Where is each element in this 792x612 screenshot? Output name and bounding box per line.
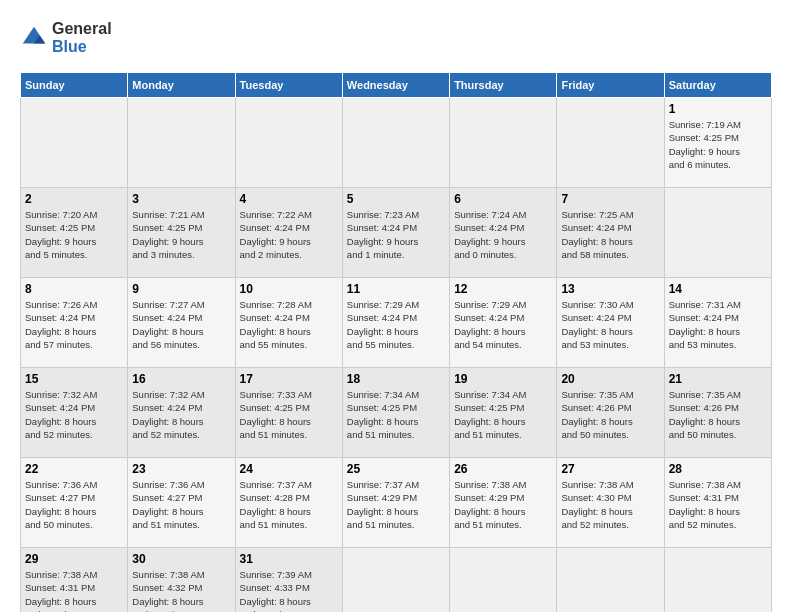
- day-number: 11: [347, 282, 445, 296]
- calendar-cell: 16Sunrise: 7:32 AMSunset: 4:24 PMDayligh…: [128, 368, 235, 458]
- day-number: 9: [132, 282, 230, 296]
- day-info: Sunrise: 7:28 AMSunset: 4:24 PMDaylight:…: [240, 298, 338, 351]
- day-info: Sunrise: 7:34 AMSunset: 4:25 PMDaylight:…: [454, 388, 552, 441]
- day-info: Sunrise: 7:31 AMSunset: 4:24 PMDaylight:…: [669, 298, 767, 351]
- calendar-cell: 1Sunrise: 7:19 AMSunset: 4:25 PMDaylight…: [664, 98, 771, 188]
- logo: General Blue: [20, 20, 112, 56]
- day-info: Sunrise: 7:35 AMSunset: 4:26 PMDaylight:…: [669, 388, 767, 441]
- day-number: 20: [561, 372, 659, 386]
- calendar-cell: 10Sunrise: 7:28 AMSunset: 4:24 PMDayligh…: [235, 278, 342, 368]
- calendar-cell: 21Sunrise: 7:35 AMSunset: 4:26 PMDayligh…: [664, 368, 771, 458]
- calendar-cell: [557, 98, 664, 188]
- day-number: 23: [132, 462, 230, 476]
- calendar-cell: [450, 548, 557, 613]
- day-number: 16: [132, 372, 230, 386]
- day-info: Sunrise: 7:30 AMSunset: 4:24 PMDaylight:…: [561, 298, 659, 351]
- calendar-week-row: 15Sunrise: 7:32 AMSunset: 4:24 PMDayligh…: [21, 368, 772, 458]
- col-sunday: Sunday: [21, 73, 128, 98]
- calendar-cell: [450, 98, 557, 188]
- col-tuesday: Tuesday: [235, 73, 342, 98]
- day-info: Sunrise: 7:38 AMSunset: 4:30 PMDaylight:…: [561, 478, 659, 531]
- day-number: 6: [454, 192, 552, 206]
- calendar-cell: 28Sunrise: 7:38 AMSunset: 4:31 PMDayligh…: [664, 458, 771, 548]
- day-number: 25: [347, 462, 445, 476]
- day-number: 31: [240, 552, 338, 566]
- day-number: 18: [347, 372, 445, 386]
- calendar-cell: 26Sunrise: 7:38 AMSunset: 4:29 PMDayligh…: [450, 458, 557, 548]
- calendar-week-row: 8Sunrise: 7:26 AMSunset: 4:24 PMDaylight…: [21, 278, 772, 368]
- calendar-cell: 31Sunrise: 7:39 AMSunset: 4:33 PMDayligh…: [235, 548, 342, 613]
- day-number: 7: [561, 192, 659, 206]
- day-info: Sunrise: 7:22 AMSunset: 4:24 PMDaylight:…: [240, 208, 338, 261]
- calendar-cell: 20Sunrise: 7:35 AMSunset: 4:26 PMDayligh…: [557, 368, 664, 458]
- calendar-cell: [342, 98, 449, 188]
- col-friday: Friday: [557, 73, 664, 98]
- col-monday: Monday: [128, 73, 235, 98]
- calendar-cell: 12Sunrise: 7:29 AMSunset: 4:24 PMDayligh…: [450, 278, 557, 368]
- calendar-cell: [342, 548, 449, 613]
- calendar-cell: 4Sunrise: 7:22 AMSunset: 4:24 PMDaylight…: [235, 188, 342, 278]
- day-number: 22: [25, 462, 123, 476]
- calendar-cell: 14Sunrise: 7:31 AMSunset: 4:24 PMDayligh…: [664, 278, 771, 368]
- day-info: Sunrise: 7:20 AMSunset: 4:25 PMDaylight:…: [25, 208, 123, 261]
- calendar-cell: 23Sunrise: 7:36 AMSunset: 4:27 PMDayligh…: [128, 458, 235, 548]
- day-number: 1: [669, 102, 767, 116]
- calendar-cell: 25Sunrise: 7:37 AMSunset: 4:29 PMDayligh…: [342, 458, 449, 548]
- calendar-cell: [557, 548, 664, 613]
- logo-icon: [20, 24, 48, 52]
- col-saturday: Saturday: [664, 73, 771, 98]
- day-info: Sunrise: 7:24 AMSunset: 4:24 PMDaylight:…: [454, 208, 552, 261]
- day-number: 28: [669, 462, 767, 476]
- calendar-cell: 15Sunrise: 7:32 AMSunset: 4:24 PMDayligh…: [21, 368, 128, 458]
- day-number: 3: [132, 192, 230, 206]
- day-number: 29: [25, 552, 123, 566]
- day-info: Sunrise: 7:36 AMSunset: 4:27 PMDaylight:…: [25, 478, 123, 531]
- calendar-week-row: 22Sunrise: 7:36 AMSunset: 4:27 PMDayligh…: [21, 458, 772, 548]
- day-info: Sunrise: 7:37 AMSunset: 4:28 PMDaylight:…: [240, 478, 338, 531]
- calendar-cell: 11Sunrise: 7:29 AMSunset: 4:24 PMDayligh…: [342, 278, 449, 368]
- day-number: 19: [454, 372, 552, 386]
- calendar-cell: [21, 98, 128, 188]
- calendar-cell: 2Sunrise: 7:20 AMSunset: 4:25 PMDaylight…: [21, 188, 128, 278]
- day-info: Sunrise: 7:27 AMSunset: 4:24 PMDaylight:…: [132, 298, 230, 351]
- day-info: Sunrise: 7:26 AMSunset: 4:24 PMDaylight:…: [25, 298, 123, 351]
- day-info: Sunrise: 7:33 AMSunset: 4:25 PMDaylight:…: [240, 388, 338, 441]
- calendar-cell: 18Sunrise: 7:34 AMSunset: 4:25 PMDayligh…: [342, 368, 449, 458]
- calendar-cell: 17Sunrise: 7:33 AMSunset: 4:25 PMDayligh…: [235, 368, 342, 458]
- calendar-cell: 5Sunrise: 7:23 AMSunset: 4:24 PMDaylight…: [342, 188, 449, 278]
- calendar-cell: 29Sunrise: 7:38 AMSunset: 4:31 PMDayligh…: [21, 548, 128, 613]
- calendar-week-row: 29Sunrise: 7:38 AMSunset: 4:31 PMDayligh…: [21, 548, 772, 613]
- day-info: Sunrise: 7:35 AMSunset: 4:26 PMDaylight:…: [561, 388, 659, 441]
- calendar-cell: [664, 188, 771, 278]
- day-number: 13: [561, 282, 659, 296]
- day-number: 14: [669, 282, 767, 296]
- calendar-week-row: 2Sunrise: 7:20 AMSunset: 4:25 PMDaylight…: [21, 188, 772, 278]
- day-info: Sunrise: 7:38 AMSunset: 4:32 PMDaylight:…: [132, 568, 230, 612]
- calendar-cell: [235, 98, 342, 188]
- calendar-cell: 6Sunrise: 7:24 AMSunset: 4:24 PMDaylight…: [450, 188, 557, 278]
- day-info: Sunrise: 7:29 AMSunset: 4:24 PMDaylight:…: [454, 298, 552, 351]
- day-number: 8: [25, 282, 123, 296]
- day-info: Sunrise: 7:39 AMSunset: 4:33 PMDaylight:…: [240, 568, 338, 612]
- day-info: Sunrise: 7:38 AMSunset: 4:31 PMDaylight:…: [669, 478, 767, 531]
- day-number: 26: [454, 462, 552, 476]
- day-number: 5: [347, 192, 445, 206]
- day-number: 21: [669, 372, 767, 386]
- day-number: 17: [240, 372, 338, 386]
- calendar-cell: 24Sunrise: 7:37 AMSunset: 4:28 PMDayligh…: [235, 458, 342, 548]
- day-info: Sunrise: 7:29 AMSunset: 4:24 PMDaylight:…: [347, 298, 445, 351]
- day-number: 30: [132, 552, 230, 566]
- col-thursday: Thursday: [450, 73, 557, 98]
- day-info: Sunrise: 7:32 AMSunset: 4:24 PMDaylight:…: [132, 388, 230, 441]
- calendar-cell: [664, 548, 771, 613]
- calendar-cell: 27Sunrise: 7:38 AMSunset: 4:30 PMDayligh…: [557, 458, 664, 548]
- calendar-cell: 13Sunrise: 7:30 AMSunset: 4:24 PMDayligh…: [557, 278, 664, 368]
- day-number: 15: [25, 372, 123, 386]
- page-header: General Blue: [20, 20, 772, 56]
- day-number: 2: [25, 192, 123, 206]
- calendar-cell: 9Sunrise: 7:27 AMSunset: 4:24 PMDaylight…: [128, 278, 235, 368]
- calendar-cell: 19Sunrise: 7:34 AMSunset: 4:25 PMDayligh…: [450, 368, 557, 458]
- day-info: Sunrise: 7:21 AMSunset: 4:25 PMDaylight:…: [132, 208, 230, 261]
- day-info: Sunrise: 7:25 AMSunset: 4:24 PMDaylight:…: [561, 208, 659, 261]
- day-number: 10: [240, 282, 338, 296]
